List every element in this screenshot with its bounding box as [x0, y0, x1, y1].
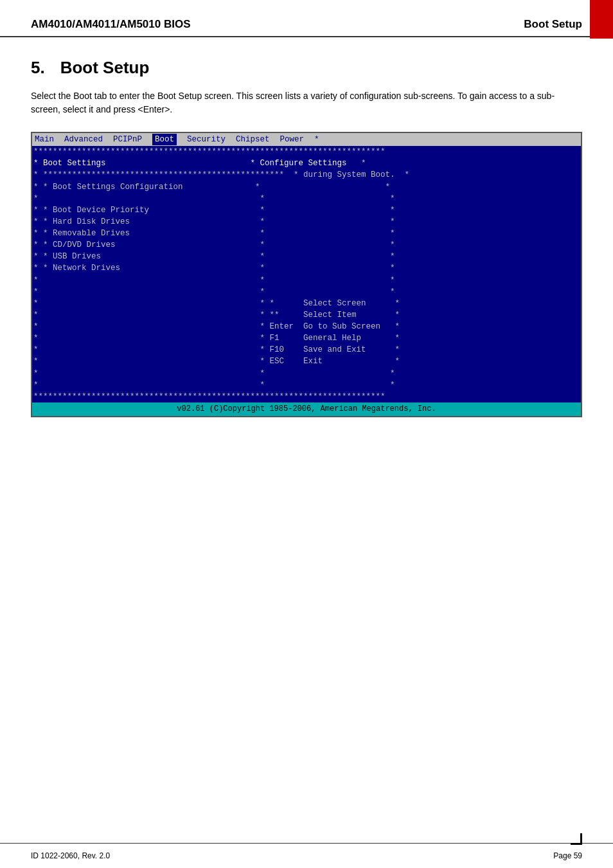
bios-empty-2: * * * — [32, 275, 581, 286]
bios-empty-3: * * * — [32, 286, 581, 298]
bios-boot-settings: * Boot Settings * Configure Settings * — [32, 158, 581, 169]
section-number: 5. — [31, 58, 45, 77]
bios-empty-1: * * * — [32, 193, 581, 204]
bios-network-drives: * * Network Drives * * — [32, 262, 581, 274]
bios-menu-pcipnp[interactable]: PCIPnP — [113, 134, 142, 145]
bios-copyright: v02.61 (C)Copyright 1985-2006, American … — [32, 402, 581, 416]
bios-empty-4: * * * — [32, 368, 581, 379]
bios-screen: Main Advanced PCIPnP Boot Security Chips… — [31, 132, 582, 417]
footer-id: ID 1022-2060, Rev. 2.0 — [31, 851, 110, 860]
bios-usb-drives: * * USB Drives * * — [32, 251, 581, 262]
bios-menu-star: * — [314, 134, 319, 145]
bios-menu-security[interactable]: Security — [187, 134, 226, 145]
section-description: Select the Boot tab to enter the Boot Se… — [31, 89, 582, 116]
bios-menu-main[interactable]: Main — [35, 134, 54, 145]
bios-cddvd-drives: * * CD/DVD Drives * * — [32, 239, 581, 251]
corner-decoration-top-right — [590, 0, 613, 39]
header-title-right: Boot Setup — [524, 18, 582, 31]
corner-decoration-bottom-right — [571, 833, 582, 845]
footer-page: Page 59 — [553, 851, 582, 860]
bios-stars-top: ****************************************… — [32, 146, 581, 158]
bios-boot-device-priority: * * Boot Device Priority * * — [32, 204, 581, 216]
bios-menu-advanced[interactable]: Advanced — [64, 134, 103, 145]
bios-stars-mid: * **************************************… — [32, 169, 581, 181]
bios-removable-drives: * * Removable Drives * * — [32, 228, 581, 239]
bios-enter-line: * * Enter Go to Sub Screen * — [32, 321, 581, 332]
header-title-left: AM4010/AM4011/AM5010 BIOS — [31, 18, 191, 31]
section-title: 5.Boot Setup — [31, 58, 582, 78]
bios-menu-chipset[interactable]: Chipset — [236, 134, 270, 145]
bios-f1-line: * * F1 General Help * — [32, 332, 581, 344]
footer: ID 1022-2060, Rev. 2.0 Page 59 — [0, 843, 613, 868]
bios-f10-line: * * F10 Save and Exit * — [32, 344, 581, 356]
bios-esc-line: * * ESC Exit * — [32, 356, 581, 367]
bios-menu-power[interactable]: Power — [280, 134, 305, 145]
bios-select-item-line: * * ** Select Item * — [32, 309, 581, 321]
page-container: AM4010/AM4011/AM5010 BIOS Boot Setup 5.B… — [0, 0, 613, 868]
main-content: 5.Boot Setup Select the Boot tab to ente… — [0, 37, 613, 469]
bios-select-screen-line: * * * Select Screen * — [32, 298, 581, 309]
section-title-text: Boot Setup — [60, 58, 150, 77]
bios-menu-boot[interactable]: Boot — [152, 134, 177, 145]
bios-stars-bottom: ****************************************… — [32, 391, 581, 402]
bios-boot-settings-config: * * Boot Settings Configuration * * — [32, 181, 581, 193]
bios-menubar: Main Advanced PCIPnP Boot Security Chips… — [32, 133, 581, 146]
bios-empty-5: * * * — [32, 379, 581, 391]
header: AM4010/AM4011/AM5010 BIOS Boot Setup — [0, 0, 613, 37]
bios-hard-disk: * * Hard Disk Drives * * — [32, 216, 581, 228]
